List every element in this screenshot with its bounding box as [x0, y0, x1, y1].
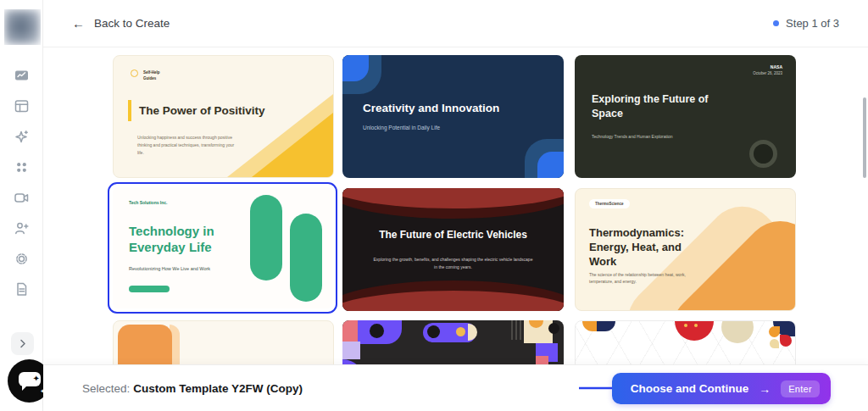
brand-text: Tech Solutions Inc.: [129, 200, 167, 205]
decor-circle: [749, 140, 777, 168]
slide-title: Technology in Everyday Life: [129, 224, 232, 256]
arrow-right-icon: →: [759, 382, 771, 396]
slide-title: Creativity and Innovation: [363, 102, 499, 114]
decor-shape: [684, 324, 687, 327]
template-card-partial-light-memphis[interactable]: [575, 320, 796, 364]
sidebar-nav: [0, 68, 43, 297]
decor-shape: [769, 326, 780, 337]
chevron-right-icon: [14, 336, 31, 352]
brand-text: Self-HelpGuides: [143, 69, 160, 81]
template-picker-screen: ✦ ✦ ← Back to Create Step 1 of 3 Self-He…: [0, 0, 868, 411]
workspace-logo[interactable]: [4, 9, 41, 45]
sidebar-item-ai[interactable]: [10, 129, 34, 145]
sidebar: ✦ ✦: [0, 0, 43, 411]
slide-title: The Power of Positivity: [139, 104, 265, 117]
brand-badge: ThermoScience: [589, 199, 630, 208]
settings-gear-icon: [14, 251, 30, 267]
decor-pill: [129, 286, 170, 292]
selected-template-highlight[interactable]: Tech Solutions Inc. Technology in Everyd…: [108, 182, 337, 314]
step-indicator: Step 1 of 3: [773, 17, 839, 30]
ai-sparkles-icon: [14, 129, 30, 145]
template-card-partial-dark-memphis[interactable]: [342, 320, 564, 364]
slide-subtitle: Unlocking happiness and success through …: [137, 134, 237, 156]
sidebar-item-presentation[interactable]: [10, 68, 34, 84]
decor-shape: [427, 325, 440, 338]
document-icon: [14, 281, 30, 297]
org-text: NASA: [771, 64, 782, 69]
slide-title: Thermodynamics: Energy, Heat, and Work: [589, 226, 693, 269]
enter-shortcut-badge: Enter: [781, 380, 820, 397]
sidebar-item-video[interactable]: [10, 190, 34, 206]
sidebar-item-invite[interactable]: [10, 220, 34, 236]
decor-capsule: [250, 195, 282, 280]
decor-shape: [536, 356, 548, 364]
decor-shape: [342, 320, 358, 342]
template-card-electric-vehicles[interactable]: The Future of Electric Vehicles Explorin…: [342, 188, 564, 311]
slide-title: The Future of Electric Vehicles: [342, 229, 564, 241]
decor-shape: [342, 342, 360, 359]
back-to-create-button[interactable]: ← Back to Create: [72, 16, 170, 31]
back-label: Back to Create: [94, 17, 170, 30]
decor-square: [118, 325, 172, 364]
video-icon: [14, 190, 30, 206]
selected-prefix: Selected:: [82, 382, 130, 395]
decor-shape: [468, 324, 477, 341]
sidebar-expand-button[interactable]: [11, 332, 34, 355]
decor-shape: [694, 324, 698, 327]
decor-capsule: [290, 214, 322, 302]
add-user-icon: [14, 220, 30, 236]
selected-template-name: Custom Template Y2FW (Copy): [133, 382, 303, 395]
choose-and-continue-button[interactable]: Choose and Continue → Enter: [612, 373, 831, 404]
selected-template-text: Selected:Custom Template Y2FW (Copy): [82, 382, 303, 395]
decor-shape: [780, 335, 792, 347]
decor-corner: [537, 152, 564, 178]
step-dot-icon: [773, 20, 779, 26]
decor-shape: [548, 323, 559, 334]
decor-shape: [456, 327, 465, 336]
slide-subtitle: The science of the relationship between …: [589, 271, 687, 285]
slide-subtitle: Technology Trends and Human Exploration: [592, 134, 673, 139]
slide-title: Exploring the Future of Space: [592, 92, 723, 121]
scrollbar-thumb[interactable]: [863, 97, 866, 178]
footer-bar: Selected:Custom Template Y2FW (Copy) Cho…: [43, 364, 868, 411]
date-text: October 26, 2023: [753, 71, 782, 75]
sidebar-item-settings[interactable]: [10, 251, 34, 267]
logo-image: [4, 9, 41, 45]
sidebar-item-apps[interactable]: [10, 159, 34, 175]
template-grid: Self-HelpGuides The Power of Positivity …: [43, 48, 868, 364]
template-card-future-of-space[interactable]: NASA October 26, 2023 Exploring the Futu…: [575, 55, 796, 178]
sparkle-icon: ✦: [33, 375, 40, 383]
slide-subtitle: Revolutionizing How We Live and Work: [129, 266, 210, 271]
slide-subtitle: Exploring the growth, benefits, and chal…: [371, 256, 535, 271]
chat-bubble-icon: ✦: [19, 372, 41, 386]
step-label: Step 1 of 3: [786, 17, 839, 30]
template-card-partial-orange[interactable]: [113, 320, 334, 364]
decor-shape: [370, 324, 384, 338]
slide-subtitle: Unlocking Potential in Daily Life: [363, 125, 440, 131]
sidebar-item-templates[interactable]: [10, 98, 34, 114]
apps-grid-icon: [14, 159, 30, 175]
sidebar-item-documents[interactable]: [10, 281, 34, 297]
continue-label: Choose and Continue: [631, 382, 749, 395]
presentation-icon: [14, 68, 30, 84]
template-card-thermodynamics[interactable]: ThermoScience Thermodynamics: Energy, He…: [575, 188, 796, 311]
template-card-technology-everyday-life[interactable]: Tech Solutions Inc. Technology in Everyd…: [113, 187, 332, 308]
circle-logo-icon: [131, 69, 138, 77]
template-card-power-of-positivity[interactable]: Self-HelpGuides The Power of Positivity …: [113, 55, 334, 178]
accent-bar: [128, 100, 131, 121]
decor-shape: [770, 339, 779, 348]
back-arrow-icon: ←: [72, 16, 85, 31]
layout-template-icon: [14, 98, 30, 114]
topbar: ← Back to Create Step 1 of 3: [43, 0, 868, 47]
template-card-creativity-innovation[interactable]: Creativity and Innovation Unlocking Pote…: [342, 55, 564, 178]
